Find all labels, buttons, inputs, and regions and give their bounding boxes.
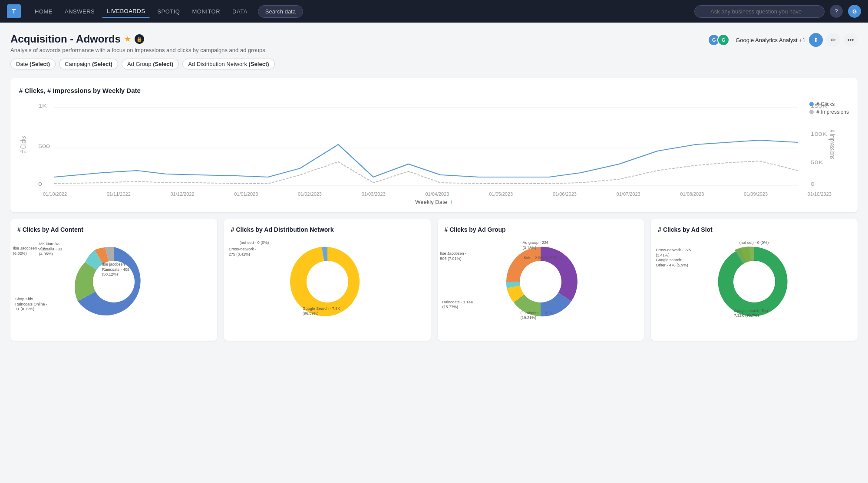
donut-title-ad-group: # Clicks by Ad Group — [445, 226, 637, 233]
filter-ad-distribution[interactable]: Ad Distribution Network (Select) — [182, 59, 274, 69]
search-data-button[interactable]: Search data — [258, 5, 303, 18]
svg-point-14 — [520, 261, 561, 302]
svg-text:# Clicks: # Clicks — [19, 136, 27, 153]
filter-chips-row: Date (Select) Campaign (Select) Ad Group… — [10, 59, 858, 69]
donut-card-ad-distribution: # Clicks by Ad Distribution Network (not… — [224, 219, 431, 341]
app-logo[interactable]: T — [7, 4, 21, 18]
avatar-g2[interactable]: G — [717, 34, 729, 46]
nav-right-area: 🔍 ? G — [694, 5, 861, 18]
svg-text:100K: 100K — [811, 131, 828, 137]
nav-monitor[interactable]: MONITOR — [187, 6, 225, 17]
more-options-button[interactable]: ••• — [844, 33, 858, 47]
donut-chart-ad-content: MK Nordika Australia - 33 (4.05%) Ilse J… — [17, 238, 210, 325]
filter-ad-group[interactable]: Ad Group (Select) — [122, 59, 179, 69]
nav-answers[interactable]: ANSWERS — [59, 6, 100, 17]
nav-data[interactable]: DATA — [227, 6, 253, 17]
svg-text:0: 0 — [811, 181, 815, 187]
ask-bar-wrapper: 🔍 — [694, 5, 825, 18]
legend-dot-clicks — [809, 102, 814, 106]
chart-x-labels: 01/10/2022 01/11/2022 01/12/2022 01/01/2… — [19, 191, 849, 197]
header-actions: G G Google Analytics Analyst +1 ⬆ ✏ ••• — [708, 33, 858, 47]
main-content: Acquisition - Adwords ★ 🔒 Analysis of ad… — [0, 23, 868, 351]
svg-text:# Impressions: # Impressions — [828, 130, 836, 159]
nav-spotiq[interactable]: SPOTIQ — [152, 6, 185, 17]
share-button[interactable]: ⬆ — [809, 33, 823, 47]
svg-text:1K: 1K — [38, 103, 47, 109]
nav-home[interactable]: HOME — [30, 6, 58, 17]
donut-chart-ad-slot: (not set) - 0 (0%) Cross-network - 275 (… — [658, 238, 851, 325]
legend-label-impressions: # Impressions — [816, 109, 849, 115]
favorite-star-icon[interactable]: ★ — [124, 34, 131, 44]
page-subtitle: Analysis of adwords performance with a f… — [10, 47, 267, 53]
line-chart-svg: 1K 500 0 # Clicks 150K 100K 50K 0 # Impr… — [19, 101, 849, 188]
line-chart-title: # Clicks, # Impressions by Weekly Date — [19, 87, 849, 94]
page-header: Acquisition - Adwords ★ 🔒 Analysis of ad… — [10, 33, 858, 53]
nav-liveboards[interactable]: LIVEBOARDS — [102, 5, 150, 18]
donut-card-ad-slot: # Clicks by Ad Slot (not set) - 0 (0%) C… — [651, 219, 858, 341]
analyst-label: Google Analytics Analyst +1 — [736, 37, 805, 43]
svg-point-15 — [733, 261, 775, 302]
avatar-group: G G — [708, 34, 729, 46]
donut-charts-grid: # Clicks by Ad Content — [10, 219, 858, 341]
sort-direction-icon[interactable]: ↑ — [450, 198, 453, 205]
ask-question-input[interactable] — [694, 5, 825, 18]
line-chart-container: # Clicks # Impressions 1K 500 0 # Clicks… — [19, 101, 849, 197]
nav-links: HOME ANSWERS LIVEBOARDS SPOTIQ MONITOR D… — [30, 5, 691, 18]
svg-text:50K: 50K — [811, 160, 824, 165]
page-title-section: Acquisition - Adwords ★ 🔒 Analysis of ad… — [10, 33, 267, 53]
chart-legend: # Clicks # Impressions — [809, 101, 849, 115]
donut-title-ad-content: # Clicks by Ad Content — [17, 226, 210, 233]
legend-clicks: # Clicks — [809, 101, 849, 107]
svg-point-12 — [93, 261, 135, 302]
edit-button[interactable]: ✏ — [826, 33, 840, 47]
donut-chart-ad-distribution: (not set) - 0 (0%) Cross-network - 275 (… — [231, 238, 424, 325]
help-button[interactable]: ? — [830, 5, 843, 18]
legend-impressions: # Impressions — [809, 109, 849, 115]
svg-text:500: 500 — [38, 144, 50, 149]
x-axis-label: Weekly Date — [415, 199, 447, 205]
svg-point-13 — [307, 261, 348, 302]
svg-text:0: 0 — [38, 181, 42, 187]
filter-campaign[interactable]: Campaign (Select) — [59, 59, 118, 69]
x-axis-label-row: Weekly Date ↑ — [19, 198, 849, 205]
page-title: Acquisition - Adwords — [10, 33, 121, 45]
lock-icon[interactable]: 🔒 — [135, 34, 144, 44]
page-title-row: Acquisition - Adwords ★ 🔒 — [10, 33, 267, 45]
donut-chart-ad-group: Ad group - 226 (3.13%) Ilse Jacobsen - 5… — [445, 238, 637, 325]
main-line-chart-card: # Clicks, # Impressions by Weekly Date #… — [10, 78, 858, 212]
legend-label-clicks: # Clicks — [816, 101, 835, 107]
legend-dot-impressions — [809, 110, 814, 114]
donut-title-ad-distribution: # Clicks by Ad Distribution Network — [231, 226, 424, 233]
donut-card-ad-group: # Clicks by Ad Group — [438, 219, 644, 341]
user-avatar-button[interactable]: G — [848, 5, 861, 18]
donut-title-ad-slot: # Clicks by Ad Slot — [658, 226, 851, 233]
filter-date[interactable]: Date (Select) — [10, 59, 56, 69]
donut-card-ad-content: # Clicks by Ad Content — [10, 219, 217, 341]
top-navigation: T HOME ANSWERS LIVEBOARDS SPOTIQ MONITOR… — [0, 0, 868, 23]
